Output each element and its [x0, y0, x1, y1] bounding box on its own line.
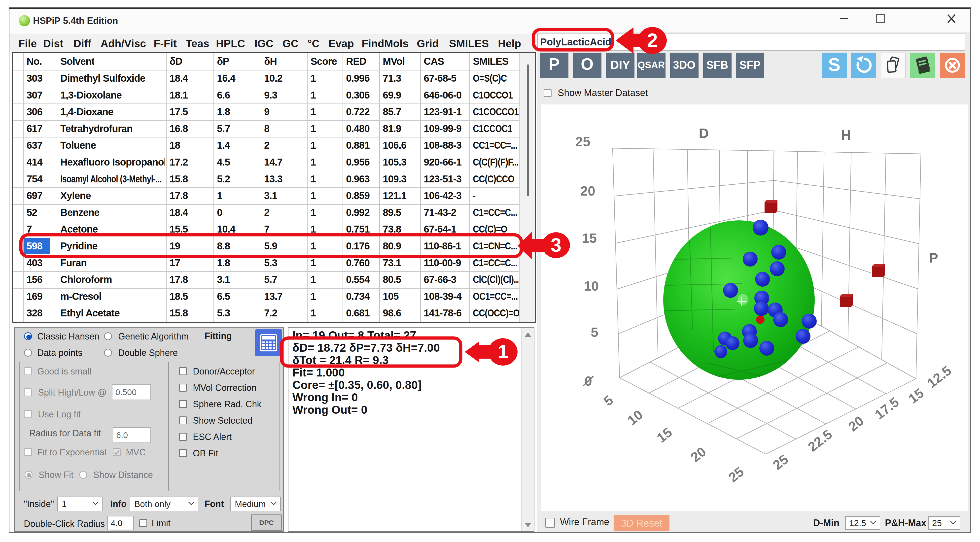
svg-text:3: 3: [550, 234, 561, 256]
svg-text:1: 1: [498, 341, 508, 362]
svg-text:2: 2: [647, 29, 657, 51]
